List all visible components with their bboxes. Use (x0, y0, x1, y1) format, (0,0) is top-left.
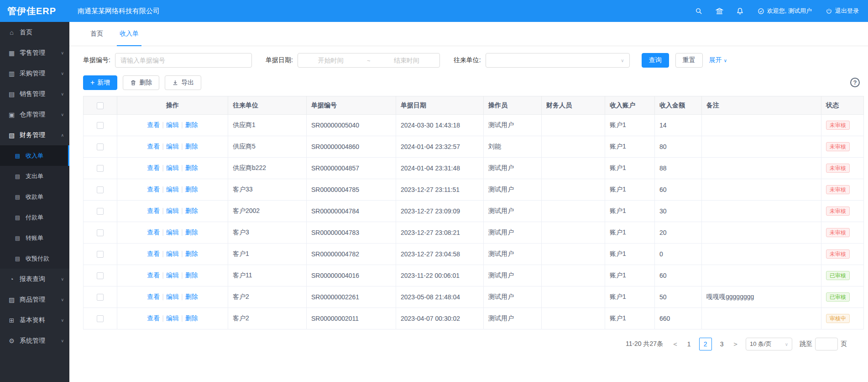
delete-link[interactable]: 删除 (185, 293, 198, 300)
delete-link[interactable]: 删除 (185, 121, 198, 128)
date-range-picker[interactable]: ~ (298, 53, 440, 68)
sidebar-subitem-收预付款[interactable]: ▤收预付款 (0, 248, 69, 269)
bank-icon[interactable] (716, 7, 723, 15)
sidebar: ⌂首页▦零售管理∨▥采购管理∨▤销售管理∨▣仓库管理∨▧财务管理∧▤收入单▤支出… (0, 22, 69, 382)
edit-link[interactable]: 编辑 (166, 228, 179, 236)
records-table: 操作往来单位单据编号单据日期操作员财务人员收入账户收入金额备注状态 查看|编辑|… (83, 96, 864, 329)
partner-select[interactable]: ∨ (486, 53, 630, 68)
status-badge: 审核中 (826, 314, 850, 323)
cell-partner: 客户2002 (228, 201, 307, 222)
delete-link[interactable]: 删除 (185, 314, 198, 322)
sidebar-item-商品管理[interactable]: ▨商品管理∨ (0, 289, 69, 310)
edit-link[interactable]: 编辑 (166, 314, 179, 322)
view-link[interactable]: 查看 (147, 121, 160, 128)
view-link[interactable]: 查看 (147, 271, 160, 279)
sidebar-item-报表查询[interactable]: ◔报表查询∨ (0, 269, 69, 289)
sidebar-subitem-支出单[interactable]: ▤支出单 (0, 166, 69, 186)
select-all-checkbox[interactable] (97, 102, 104, 109)
edit-link[interactable]: 编辑 (166, 250, 179, 257)
sidebar-item-采购管理[interactable]: ▥采购管理∨ (0, 63, 69, 84)
view-link[interactable]: 查看 (147, 314, 160, 322)
sidebar-item-基本资料[interactable]: ⊞基本资料∨ (0, 310, 69, 330)
sidebar-item-财务管理[interactable]: ▧财务管理∧ (0, 125, 69, 145)
cell-bill_date: 2024-03-30 14:43:18 (396, 115, 484, 136)
page-button-3[interactable]: 3 (716, 338, 728, 350)
row-checkbox[interactable] (97, 272, 104, 279)
cell-partner: 供应商1 (228, 115, 307, 136)
add-button[interactable]: + 新增 (83, 75, 117, 90)
bill-no-input[interactable] (115, 53, 252, 68)
tab-首页[interactable]: 首页 (82, 22, 111, 46)
sidebar-item-销售管理[interactable]: ▤销售管理∨ (0, 84, 69, 104)
row-checkbox[interactable] (97, 122, 104, 129)
sidebar-item-零售管理[interactable]: ▦零售管理∨ (0, 42, 69, 63)
column-header-operator: 操作员 (484, 96, 542, 115)
view-link[interactable]: 查看 (147, 228, 160, 236)
delete-link[interactable]: 删除 (185, 164, 198, 171)
row-checkbox[interactable] (97, 229, 104, 236)
search-button[interactable]: 查询 (642, 53, 669, 68)
expand-link[interactable]: 展开 ∨ (709, 56, 727, 64)
sidebar-subitem-收款单[interactable]: ▤收款单 (0, 186, 69, 207)
status-badge: 未审核 (826, 228, 850, 237)
column-header-finance_staff: 财务人员 (542, 96, 605, 115)
sidebar-subitem-收入单[interactable]: ▤收入单 (0, 145, 69, 166)
sidebar-item-仓库管理[interactable]: ▣仓库管理∨ (0, 104, 69, 125)
basic-icon: ⊞ (8, 317, 16, 324)
cell-finance_staff (542, 265, 605, 286)
row-checkbox[interactable] (97, 315, 104, 322)
delete-link[interactable]: 删除 (185, 186, 198, 193)
row-checkbox[interactable] (97, 165, 104, 172)
jump-input[interactable] (815, 338, 838, 350)
page-button-1[interactable]: 1 (683, 338, 695, 350)
tab-收入单[interactable]: 收入单 (111, 22, 147, 46)
bell-icon[interactable] (736, 7, 744, 15)
export-button[interactable]: 导出 (165, 75, 201, 90)
delete-link[interactable]: 删除 (185, 271, 198, 279)
view-link[interactable]: 查看 (147, 250, 160, 257)
status-badge: 未审核 (826, 207, 850, 216)
edit-link[interactable]: 编辑 (166, 164, 179, 171)
edit-link[interactable]: 编辑 (166, 271, 179, 279)
delete-link[interactable]: 删除 (185, 250, 198, 257)
cell-amount: 0 (655, 244, 702, 265)
delete-link[interactable]: 删除 (185, 143, 198, 150)
view-link[interactable]: 查看 (147, 143, 160, 150)
prev-page-button[interactable]: < (673, 340, 677, 348)
cell-partner: 客户2 (228, 308, 307, 329)
view-link[interactable]: 查看 (147, 164, 160, 171)
edit-link[interactable]: 编辑 (166, 207, 179, 214)
view-link[interactable]: 查看 (147, 207, 160, 214)
page-size-select[interactable]: 10 条/页 ∨ (746, 338, 792, 350)
search-icon[interactable] (695, 7, 703, 15)
start-date-input[interactable] (302, 57, 360, 64)
next-page-button[interactable]: > (734, 340, 737, 348)
edit-link[interactable]: 编辑 (166, 121, 179, 128)
edit-link[interactable]: 编辑 (166, 143, 179, 150)
logout-button[interactable]: 退出登录 (826, 7, 859, 15)
end-date-input[interactable] (377, 57, 436, 64)
sidebar-item-首页[interactable]: ⌂首页 (0, 22, 69, 42)
row-checkbox[interactable] (97, 186, 104, 193)
help-icon[interactable]: ? (850, 78, 860, 87)
row-checkbox[interactable] (97, 251, 104, 258)
view-link[interactable]: 查看 (147, 293, 160, 300)
view-link[interactable]: 查看 (147, 186, 160, 193)
sidebar-subitem-转账单[interactable]: ▤转账单 (0, 228, 69, 248)
cell-amount: 88 (655, 158, 702, 179)
delete-link[interactable]: 删除 (185, 207, 198, 214)
delete-link[interactable]: 删除 (185, 228, 198, 236)
sidebar-subitem-付款单[interactable]: ▤付款单 (0, 207, 69, 228)
column-header-status: 状态 (821, 96, 864, 115)
row-checkbox[interactable] (97, 143, 104, 150)
delete-button[interactable]: 删除 (123, 75, 159, 90)
row-checkbox[interactable] (97, 294, 104, 301)
welcome-user[interactable]: 欢迎您, 测试用户 (758, 7, 812, 15)
edit-link[interactable]: 编辑 (166, 186, 179, 193)
edit-link[interactable]: 编辑 (166, 293, 179, 300)
row-checkbox[interactable] (97, 208, 104, 215)
finance-icon: ▧ (8, 132, 16, 139)
reset-button[interactable]: 重置 (675, 53, 703, 68)
sidebar-item-系统管理[interactable]: ⚙系统管理∨ (0, 330, 69, 351)
page-button-2[interactable]: 2 (699, 338, 712, 350)
